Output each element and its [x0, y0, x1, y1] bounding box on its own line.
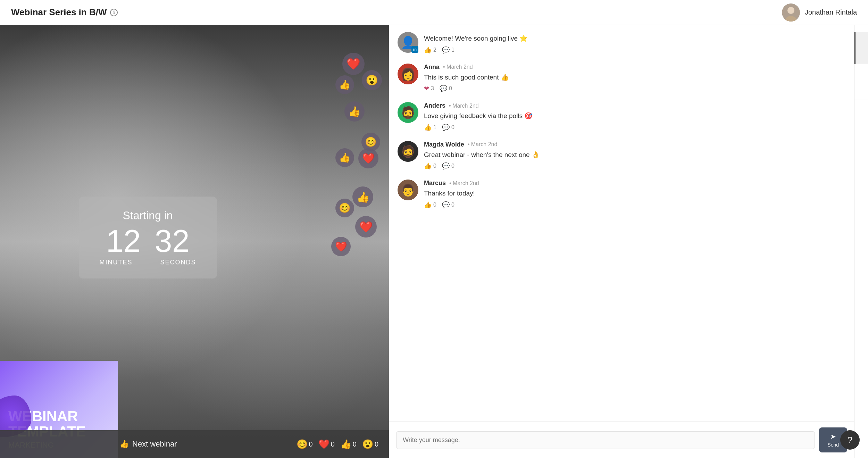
message-author-4: Marcus: [424, 180, 446, 187]
user-avatar-3: 🧔: [398, 141, 418, 162]
reaction-num-2: 0: [353, 440, 357, 448]
page-title: Webinar Series in B/W: [11, 7, 107, 18]
like-reaction-3[interactable]: 👍 0: [424, 162, 436, 170]
sidebar-tab-qna[interactable]: 📩 Q&A: [854, 68, 868, 100]
video-area: ❤️😮👍👍😊👍❤️👍😊❤️❤️ Starting in 12 32 MINUTE…: [0, 25, 389, 458]
countdown-overlay: Starting in 12 32 MINUTES SECONDS: [79, 197, 217, 278]
chat-message-4: 👨 Marcus • March 2nd Thanks for today! 👍…: [398, 180, 846, 209]
heart-icon: ❤: [424, 85, 429, 92]
comment-count-1: 0: [449, 85, 452, 92]
chat-message-3: 🧔 Magda Wolde • March 2nd Great webinar …: [398, 141, 846, 170]
like-icon: 👍: [424, 201, 432, 209]
floating-reaction-10: ❤️: [331, 237, 351, 256]
chat-messages: 👤 in Welcome! We're soon going live ⭐ 👍 …: [389, 25, 854, 422]
reaction-num-3: 0: [375, 440, 378, 448]
message-text-1: This is such good content 👍: [424, 73, 846, 82]
help-button[interactable]: ?: [840, 430, 860, 450]
comment-icon-3: 💬: [442, 162, 450, 170]
reaction-num-0: 0: [309, 440, 313, 448]
header-left: Webinar Series in B/W ℹ: [11, 7, 118, 18]
countdown-minutes: 12: [106, 225, 141, 257]
header-right: Jonathan Rintala: [782, 3, 857, 22]
message-date-1: • March 2nd: [443, 64, 473, 70]
chat-message-1: 👩 Anna • March 2nd This is such good con…: [398, 64, 846, 93]
send-label: Send: [827, 442, 839, 448]
next-webinar-icon: 👍: [119, 440, 129, 449]
message-reactions-3: 👍 0 💬 0: [424, 162, 846, 170]
like-count-3: 0: [433, 163, 436, 169]
right-sidebar: 💬 Chat 📩 Q&A: [854, 25, 868, 458]
floating-reaction-7: 👍: [352, 186, 373, 207]
like-icon: 👍: [424, 124, 432, 131]
avatar-wrap: 👩: [398, 64, 418, 84]
next-webinar-button[interactable]: 👍 Next webinar: [0, 430, 297, 458]
floating-reactions: ❤️😮👍👍😊👍❤️👍😊❤️❤️: [344, 25, 389, 268]
message-text-2: Love giving feedback via the polls 🎯: [424, 111, 846, 121]
avatar-wrap: 👨: [398, 180, 418, 200]
floating-reaction-6: ❤️: [358, 148, 378, 168]
message-content-2: Anders • March 2nd Love giving feedback …: [424, 102, 846, 131]
chat-panel: 👤 in Welcome! We're soon going live ⭐ 👍 …: [389, 25, 854, 458]
svg-point-1: [787, 7, 794, 14]
like-reaction-0[interactable]: 👍 2: [424, 46, 436, 54]
comment-count-3: 0: [451, 163, 454, 169]
comment-reaction-0[interactable]: 💬 1: [442, 46, 454, 54]
user-name: Jonathan Rintala: [805, 8, 857, 16]
floating-reaction-3: 👍: [344, 101, 365, 122]
comment-reaction-1[interactable]: 💬 0: [440, 85, 452, 92]
message-header-3: Magda Wolde • March 2nd: [424, 141, 846, 148]
message-reactions-2: 👍 1 💬 0: [424, 124, 846, 131]
chat-message-0: 👤 in Welcome! We're soon going live ⭐ 👍 …: [398, 32, 846, 54]
floating-reaction-8: 😊: [335, 199, 354, 217]
message-text-4: Thanks for today!: [424, 189, 846, 198]
like-count-1: 3: [431, 85, 434, 92]
seconds-label: SECONDS: [160, 259, 196, 266]
user-avatar-4: 👨: [398, 180, 418, 200]
reaction-count-0[interactable]: 😊0: [297, 439, 313, 450]
reaction-num-1: 0: [331, 440, 335, 448]
reaction-count-2[interactable]: 👍0: [340, 439, 357, 450]
sidebar-tab-chat[interactable]: 💬 Chat: [854, 32, 868, 64]
chat-input[interactable]: [396, 431, 815, 449]
floating-reaction-0: ❤️: [342, 53, 365, 75]
countdown-numbers: 12 32: [100, 225, 196, 257]
next-webinar-label: Next webinar: [132, 440, 177, 449]
reaction-icon-1: ❤️: [318, 439, 329, 450]
reaction-count-3[interactable]: 😮0: [362, 439, 378, 450]
message-header-1: Anna • March 2nd: [424, 64, 846, 71]
like-count-2: 1: [433, 124, 436, 131]
floating-reaction-9: ❤️: [355, 216, 377, 238]
message-author-1: Anna: [424, 64, 440, 71]
comment-reaction-4[interactable]: 💬 0: [442, 201, 454, 209]
user-avatar: [782, 3, 800, 22]
reaction-icon-0: 😊: [297, 439, 308, 450]
comment-count-2: 0: [451, 124, 454, 131]
message-author-3: Magda Wolde: [424, 141, 464, 148]
message-content-0: Welcome! We're soon going live ⭐ 👍 2 💬 1: [424, 32, 846, 54]
send-arrow-icon: ➤: [830, 432, 836, 441]
message-reactions-0: 👍 2 💬 1: [424, 46, 846, 54]
reaction-counts: 😊0❤️0👍0😮0: [297, 439, 382, 450]
comment-count-0: 1: [451, 47, 454, 53]
avatar-wrap: 🧔: [398, 102, 418, 123]
like-reaction-2[interactable]: 👍 1: [424, 124, 436, 131]
reaction-count-1[interactable]: ❤️0: [318, 439, 335, 450]
info-icon[interactable]: ℹ: [110, 9, 118, 16]
like-reaction-1[interactable]: ❤ 3: [424, 85, 434, 92]
floating-reaction-2: 👍: [335, 75, 354, 94]
comment-reaction-3[interactable]: 💬 0: [442, 162, 454, 170]
linkedin-badge: in: [411, 46, 418, 53]
message-content-1: Anna • March 2nd This is such good conte…: [424, 64, 846, 93]
like-icon: 👍: [424, 162, 432, 170]
like-icon: 👍: [424, 46, 432, 54]
countdown-labels: MINUTES SECONDS: [100, 259, 196, 266]
countdown-seconds: 32: [155, 225, 190, 257]
message-reactions-1: ❤ 3 💬 0: [424, 85, 846, 92]
like-count-0: 2: [433, 47, 436, 53]
reaction-icon-2: 👍: [340, 439, 351, 450]
comment-reaction-2[interactable]: 💬 0: [442, 124, 454, 131]
like-reaction-4[interactable]: 👍 0: [424, 201, 436, 209]
message-author-2: Anders: [424, 102, 445, 109]
comment-icon-2: 💬: [442, 124, 450, 131]
message-text-3: Great webinar - when's the next one 👌: [424, 150, 846, 160]
